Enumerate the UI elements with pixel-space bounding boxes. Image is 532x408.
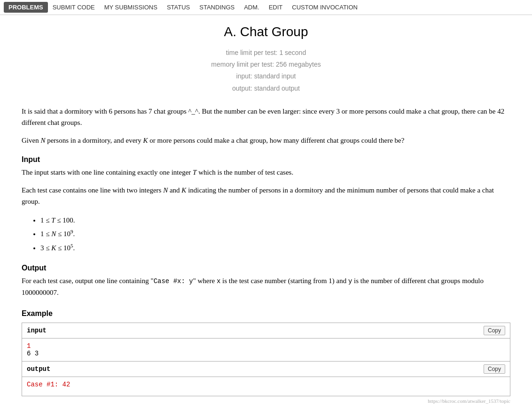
input-line-2: 6 3	[27, 350, 505, 357]
watermark: https://bkcroc.com/atwalker_1537/topic	[22, 398, 510, 404]
constraint-n: 1 ≤ N ≤ 109.	[40, 227, 510, 241]
constraint-k: 3 ≤ K ≤ 105.	[40, 241, 510, 255]
nav-item-status[interactable]: STATUS	[162, 2, 195, 13]
memory-limit: memory limit per test: 256 megabytes	[22, 59, 510, 70]
main-content: A. Chat Group time limit per test: 1 sec…	[8, 15, 524, 408]
navbar: PROBLEMSSUBMIT CODEMY SUBMISSIONSSTATUSS…	[0, 0, 532, 15]
input-type: input: standard input	[22, 70, 510, 82]
problem-title: A. Chat Group	[22, 24, 510, 39]
output-label: output	[27, 365, 50, 373]
input-line-1: 1	[27, 342, 505, 350]
output-example-box: output Copy Case #1: 42	[22, 362, 510, 396]
input-example-content: 1 6 3	[22, 339, 510, 361]
output-paragraph: For each test case, output one line cont…	[22, 275, 510, 298]
time-limit: time limit per test: 1 second	[22, 47, 510, 59]
constraints-list: 1 ≤ T ≤ 100. 1 ≤ N ≤ 109. 3 ≤ K ≤ 105.	[40, 214, 510, 255]
nav-item-submit-code[interactable]: SUBMIT CODE	[48, 2, 100, 13]
output-type: output: standard output	[22, 83, 510, 94]
nav-item-my-submissions[interactable]: MY SUBMISSIONS	[100, 2, 162, 13]
output-example-content: Case #1: 42	[22, 377, 510, 396]
input-example-box: input Copy 1 6 3	[22, 323, 510, 362]
output-example-header: output Copy	[22, 362, 510, 377]
nav-item-standings[interactable]: STANDINGS	[195, 2, 239, 13]
input-section-title: Input	[22, 155, 510, 164]
constraint-t: 1 ≤ T ≤ 100.	[40, 214, 510, 227]
example-title: Example	[22, 309, 510, 318]
output-section-title: Output	[22, 264, 510, 272]
copy-output-button[interactable]: Copy	[484, 364, 505, 374]
input-label: input	[27, 327, 47, 334]
given-line: Given N persons in a dormitory, and ever…	[22, 135, 510, 146]
intro-paragraph: It is said that a dormitory with 6 perso…	[22, 106, 510, 128]
output-line-1: Case #1: 42	[27, 381, 505, 388]
nav-item-adm-[interactable]: ADM.	[239, 2, 264, 13]
nav-item-edit[interactable]: EDIT	[264, 2, 288, 13]
nav-item-custom-invocation[interactable]: CUSTOM INVOCATION	[287, 2, 362, 13]
meta-info: time limit per test: 1 second memory lim…	[22, 47, 510, 94]
input-line2: Each test case contains one line with tw…	[22, 185, 510, 207]
copy-input-button[interactable]: Copy	[484, 326, 505, 335]
input-example-header: input Copy	[22, 323, 510, 339]
nav-item-problems[interactable]: PROBLEMS	[4, 2, 48, 13]
input-line1: The input starts with one line containin…	[22, 167, 510, 178]
